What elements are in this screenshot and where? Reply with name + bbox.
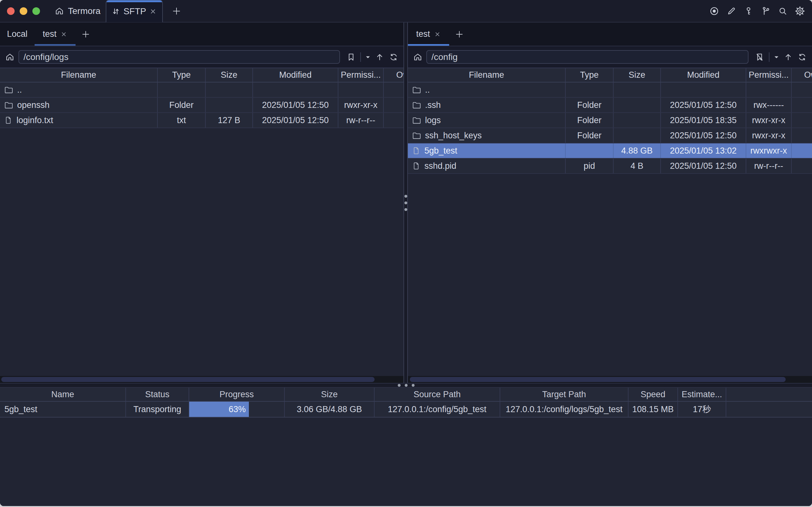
key-icon[interactable] <box>744 6 754 16</box>
size-cell: 127 B <box>206 113 253 127</box>
window-close-button[interactable] <box>7 7 15 15</box>
path-input[interactable] <box>426 50 749 64</box>
column-header-targetpath[interactable]: Target Path <box>500 388 629 401</box>
permissions-cell: rwxr-xr-x <box>338 98 384 112</box>
titlebar: Termora SFTP <box>0 0 812 22</box>
permissions-cell: rwxr-xr-x <box>746 113 792 127</box>
titlebar-actions <box>709 6 805 16</box>
size-cell: 4.88 GB <box>613 144 661 158</box>
close-icon[interactable] <box>434 31 441 38</box>
folder-icon <box>412 115 421 125</box>
file-row[interactable]: ssh_host_keysFolder2025/01/05 12:50rwxr-… <box>408 128 812 144</box>
folder-icon <box>412 131 421 140</box>
caret-down-icon[interactable] <box>365 56 370 59</box>
file-row[interactable]: opensshFolder2025/01/05 12:50rwxr-xr-x <box>0 98 403 113</box>
column-header-speed[interactable]: Speed <box>629 388 678 401</box>
column-header-permissi[interactable]: Permissi... <box>746 68 792 82</box>
size-cell <box>613 128 661 143</box>
column-header-sourcepath[interactable]: Source Path <box>375 388 500 401</box>
tab-test-right[interactable]: test <box>408 22 449 46</box>
new-tab-button[interactable] <box>172 6 181 16</box>
column-header-size[interactable]: Size <box>206 68 253 82</box>
filename-label: openssh <box>17 100 50 110</box>
file-row[interactable]: .sshFolder2025/01/05 12:50rwx------ <box>408 98 812 113</box>
filename-label: sshd.pid <box>424 161 456 171</box>
close-icon[interactable] <box>60 31 67 38</box>
column-header-modified[interactable]: Modified <box>253 68 338 82</box>
column-header-owner[interactable]: Owner <box>792 68 812 82</box>
column-header-size[interactable]: Size <box>613 68 661 82</box>
add-tab-button[interactable] <box>81 22 90 46</box>
home-icon[interactable] <box>5 52 15 62</box>
bookmark-slash-icon[interactable] <box>755 52 764 62</box>
close-icon[interactable] <box>149 8 157 15</box>
settings-icon[interactable] <box>795 6 805 16</box>
permissions-cell: rwx------ <box>746 98 792 112</box>
file-row[interactable]: .. <box>0 82 403 98</box>
modified-cell <box>661 82 746 97</box>
file-panes: Local test <box>0 22 812 383</box>
filename-label: .ssh <box>425 100 441 110</box>
transfer-splitter[interactable] <box>0 383 812 388</box>
column-header-type[interactable]: Type <box>158 68 206 82</box>
transfer-name-cell: 5gb_test <box>0 402 126 417</box>
size-cell <box>613 82 661 97</box>
window-minimize-button[interactable] <box>20 7 27 15</box>
bookmark-icon[interactable] <box>346 52 356 62</box>
column-header-filename[interactable]: Filename <box>408 68 566 82</box>
column-header-modified[interactable]: Modified <box>661 68 746 82</box>
caret-down-icon[interactable] <box>774 56 779 59</box>
edit-icon[interactable] <box>726 6 737 16</box>
file-row[interactable]: 5gb_test4.88 GB2025/01/05 13:02rwxrwxr-x <box>408 144 812 159</box>
column-header-owner[interactable]: Owner <box>384 68 403 82</box>
column-header-type[interactable]: Type <box>566 68 613 82</box>
column-header-permissi[interactable]: Permissi... <box>338 68 384 82</box>
arrow-up-icon[interactable] <box>375 52 384 62</box>
local-pane-empty <box>0 128 403 376</box>
column-header-name[interactable]: Name <box>0 388 126 401</box>
column-header-status[interactable]: Status <box>126 388 189 401</box>
arrow-up-icon[interactable] <box>783 52 793 62</box>
filename-cell: logs <box>408 113 566 127</box>
tab-termora[interactable]: Termora <box>55 6 101 16</box>
type-cell <box>566 144 613 158</box>
tab-sftp[interactable]: SFTP <box>106 0 163 22</box>
transfer-row[interactable]: 5gb_testTransporting63%3.06 GB/4.88 GB12… <box>0 402 812 417</box>
file-row[interactable]: sshd.pidpid4 B2025/01/05 12:50rw-r--r-- <box>408 159 812 174</box>
modified-cell: 2025/01/05 12:50 <box>661 128 746 143</box>
path-input[interactable] <box>18 50 340 64</box>
branch-icon[interactable] <box>761 6 771 16</box>
permissions-cell: rwxrwxr-x <box>746 144 792 158</box>
remote-path-toolbar <box>408 46 812 68</box>
remote-pane-tabs: test <box>408 22 812 46</box>
plus-icon <box>81 30 90 39</box>
horizontal-scrollbar[interactable] <box>410 377 786 382</box>
refresh-icon[interactable] <box>389 52 398 62</box>
column-header-estimate[interactable]: Estimate... <box>678 388 726 401</box>
filename-cell: openssh <box>0 98 158 112</box>
column-header-filename[interactable]: Filename <box>0 68 158 82</box>
file-row[interactable]: .. <box>408 82 812 98</box>
modified-cell: 2025/01/05 12:50 <box>661 159 746 173</box>
filename-cell: .ssh <box>408 98 566 112</box>
folder-icon <box>412 85 421 95</box>
add-tab-button[interactable] <box>455 22 464 46</box>
refresh-icon[interactable] <box>797 52 807 62</box>
file-row[interactable]: logsFolder2025/01/05 18:35rwxr-xr-x <box>408 113 812 128</box>
column-header-progress[interactable]: Progress <box>189 388 285 401</box>
search-icon[interactable] <box>778 6 788 16</box>
permissions-cell <box>746 82 792 97</box>
transfer-table-header: NameStatusProgressSizeSource PathTarget … <box>0 388 812 402</box>
record-icon[interactable] <box>709 6 719 16</box>
home-icon[interactable] <box>413 52 423 62</box>
file-row[interactable]: loginfo.txttxt127 B2025/01/05 12:50rw-r-… <box>0 113 403 128</box>
pane-splitter[interactable] <box>403 22 408 383</box>
tab-test-left[interactable]: test <box>35 22 76 46</box>
type-cell: Folder <box>566 98 613 112</box>
window-zoom-button[interactable] <box>33 7 40 15</box>
horizontal-scrollbar[interactable] <box>1 377 375 382</box>
filename-cell: loginfo.txt <box>0 113 158 127</box>
transfer-filler-cell <box>726 402 812 417</box>
column-header-size[interactable]: Size <box>285 388 375 401</box>
tab-local[interactable]: Local <box>0 22 35 46</box>
